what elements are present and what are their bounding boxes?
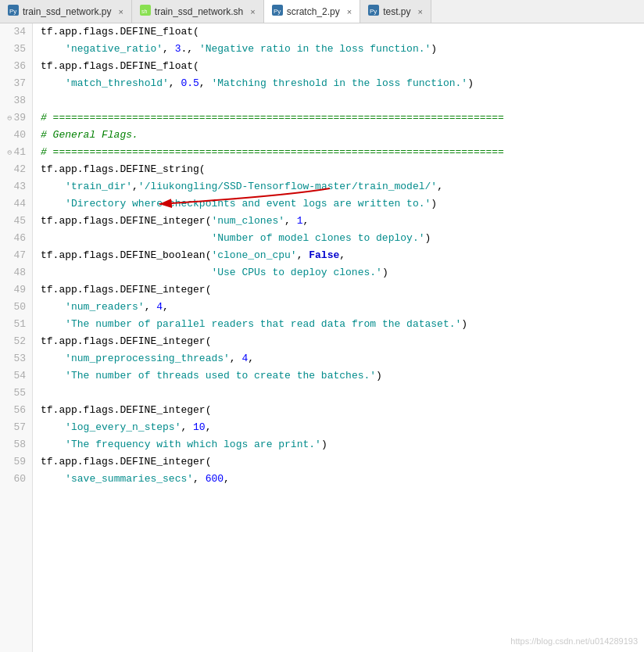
line-number: 38 bbox=[6, 92, 26, 109]
code-line: 'Use CPUs to deploy clones.') bbox=[41, 264, 644, 281]
tab-train_ssd_network-py[interactable]: Pytrain_ssd_network.py× bbox=[0, 0, 132, 23]
code-line: tf.app.flags.DEFINE_integer( bbox=[41, 453, 644, 471]
svg-text:Py: Py bbox=[370, 8, 377, 15]
line-number: 43 bbox=[6, 178, 26, 195]
line-number: 46 bbox=[6, 230, 26, 247]
line-number: 37 bbox=[6, 75, 26, 92]
line-number: 48 bbox=[6, 264, 26, 281]
code-line: 'match_threshold', 0.5, 'Matching thresh… bbox=[41, 75, 644, 92]
svg-text:sh: sh bbox=[141, 9, 148, 14]
line-numbers: 3435363738⊖3940⊖414243444546474849505152… bbox=[0, 23, 33, 652]
line-number: 56 bbox=[6, 402, 26, 419]
watermark: https://blog.csdn.net/u014289193 bbox=[510, 636, 638, 646]
line-number: 47 bbox=[6, 247, 26, 264]
tab-label: scratch_2.py bbox=[287, 6, 340, 17]
line-number: 53 bbox=[6, 350, 26, 367]
line-number: 58 bbox=[6, 436, 26, 453]
code-line: 'The frequency with which logs are print… bbox=[41, 436, 644, 453]
tab-close-button[interactable]: × bbox=[347, 7, 352, 16]
editor: 3435363738⊖3940⊖414243444546474849505152… bbox=[0, 23, 644, 652]
tab-icon-2: Py bbox=[272, 5, 283, 18]
code-line: tf.app.flags.DEFINE_integer( bbox=[41, 281, 644, 299]
code-line: tf.app.flags.DEFINE_string( bbox=[41, 161, 644, 178]
line-number: 51 bbox=[6, 316, 26, 333]
line-number: 49 bbox=[6, 281, 26, 299]
line-number: 45 bbox=[6, 213, 26, 230]
tab-label: train_ssd_network.sh bbox=[155, 6, 243, 17]
tab-icon-0: Py bbox=[8, 5, 19, 18]
code-area: tf.app.flags.DEFINE_float( 'negative_rat… bbox=[33, 23, 644, 652]
code-line: tf.app.flags.DEFINE_float( bbox=[41, 23, 644, 41]
code-line: # ======================================… bbox=[41, 109, 644, 127]
line-number: 50 bbox=[6, 299, 26, 316]
code-line: 'log_every_n_steps', 10, bbox=[41, 419, 644, 436]
line-number: 44 bbox=[6, 195, 26, 213]
tab-close-button[interactable]: × bbox=[250, 7, 255, 16]
tab-bar: Pytrain_ssd_network.py×shtrain_ssd_netwo… bbox=[0, 0, 644, 23]
code-line bbox=[41, 385, 644, 402]
line-number: 54 bbox=[6, 367, 26, 385]
svg-text:Py: Py bbox=[274, 8, 281, 15]
code-line: tf.app.flags.DEFINE_integer( bbox=[41, 333, 644, 350]
line-number: 35 bbox=[6, 41, 26, 58]
tab-close-button[interactable]: × bbox=[418, 7, 423, 16]
line-number: 36 bbox=[6, 58, 26, 75]
line-number: 34 bbox=[6, 23, 26, 41]
code-line: 'Number of model clones to deploy.') bbox=[41, 230, 644, 247]
code-line: 'negative_ratio', 3., 'Negative ratio in… bbox=[41, 41, 644, 58]
svg-text:Py: Py bbox=[9, 8, 16, 15]
code-line: # ======================================… bbox=[41, 144, 644, 161]
line-number: 57 bbox=[6, 419, 26, 436]
code-line: 'Directory where checkpoints and event l… bbox=[41, 195, 644, 213]
code-line bbox=[41, 92, 644, 109]
tab-train_ssd_network-sh[interactable]: shtrain_ssd_network.sh× bbox=[132, 0, 264, 23]
code-line: 'num_preprocessing_threads', 4, bbox=[41, 350, 644, 367]
tab-close-button[interactable]: × bbox=[118, 7, 123, 16]
code-line: 'num_readers', 4, bbox=[41, 299, 644, 316]
line-number: 59 bbox=[6, 453, 26, 471]
line-number: 60 bbox=[6, 471, 26, 488]
line-number: 55 bbox=[6, 385, 26, 402]
tab-icon-3: Py bbox=[368, 5, 379, 18]
code-line: tf.app.flags.DEFINE_integer('num_clones'… bbox=[41, 213, 644, 230]
line-number: 42 bbox=[6, 161, 26, 178]
line-number: 40 bbox=[6, 127, 26, 144]
tab-label: test.py bbox=[383, 6, 410, 17]
code-line: # General Flags. bbox=[41, 127, 644, 144]
code-line: 'train_dir','/liukongling/SSD-Tensorflow… bbox=[41, 178, 644, 195]
tab-test-py[interactable]: Pytest.py× bbox=[360, 0, 431, 23]
code-line: tf.app.flags.DEFINE_integer( bbox=[41, 402, 644, 419]
tab-scratch_2-py[interactable]: Pyscratch_2.py× bbox=[264, 0, 360, 23]
line-number: 52 bbox=[6, 333, 26, 350]
code-line: 'The number of parallel readers that rea… bbox=[41, 316, 644, 333]
line-number: ⊖39 bbox=[6, 109, 26, 127]
code-line: 'The number of threads used to create th… bbox=[41, 367, 644, 385]
code-line: 'save_summaries_secs', 600, bbox=[41, 471, 644, 488]
tab-icon-1: sh bbox=[140, 5, 151, 18]
tab-label: train_ssd_network.py bbox=[23, 6, 111, 17]
line-number: ⊖41 bbox=[6, 144, 26, 161]
code-line: tf.app.flags.DEFINE_boolean('clone_on_cp… bbox=[41, 247, 644, 264]
code-line: tf.app.flags.DEFINE_float( bbox=[41, 58, 644, 75]
